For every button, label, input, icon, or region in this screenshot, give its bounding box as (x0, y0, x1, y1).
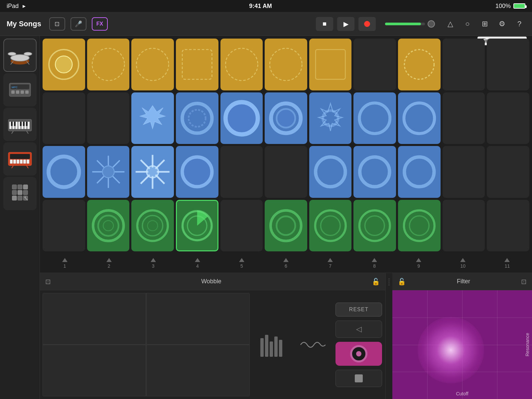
cell-r2c2[interactable] (87, 92, 130, 144)
panel-drag-handle[interactable] (386, 273, 392, 399)
filter-xy-pad[interactable]: Cutoff Resonance (392, 290, 532, 399)
cell-r2c3[interactable] (131, 92, 174, 144)
cell-r2c11[interactable] (487, 92, 529, 144)
svg-point-55 (270, 48, 302, 80)
cell-r3c1[interactable] (43, 146, 85, 198)
cell-r4c9[interactable] (398, 200, 441, 252)
col-9[interactable]: 9 (397, 254, 441, 273)
cell-r3c11[interactable] (487, 146, 529, 198)
cell-r1c8[interactable] (353, 39, 396, 90)
svg-point-62 (277, 109, 295, 127)
col-7-label: 7 (329, 263, 332, 269)
cell-r2c8[interactable] (353, 92, 396, 144)
wobble-lock-icon[interactable]: 🔓 (372, 278, 380, 286)
cell-r4c5[interactable] (220, 200, 263, 252)
wobble-cell-br[interactable] (146, 345, 250, 396)
cell-r2c4[interactable] (176, 92, 218, 144)
wobble-xy-pad[interactable] (43, 293, 250, 396)
cell-r1c10[interactable] (443, 39, 485, 90)
sidebar-item-keyboard[interactable] (3, 108, 37, 141)
fx-button[interactable]: FX (92, 17, 108, 31)
cell-r4c7[interactable] (309, 200, 352, 252)
cell-r1c5[interactable] (220, 39, 263, 90)
cell-r2c6[interactable] (265, 92, 307, 144)
svg-point-59 (189, 110, 205, 127)
filter-section: 🔓 Filter ⊡ Cutoff (392, 273, 532, 399)
sidebar-item-livegrid[interactable] (3, 177, 37, 210)
mic-button[interactable]: 🎤 (70, 17, 86, 31)
svg-rect-11 (25, 90, 29, 94)
wobble-settings-icon[interactable]: ⊡ (45, 278, 51, 286)
col-10[interactable]: 10 (441, 254, 485, 273)
cell-r2c10[interactable] (443, 92, 485, 144)
chat-icon[interactable]: ○ (462, 20, 473, 28)
cell-r3c8[interactable] (353, 146, 396, 198)
col-5[interactable]: 5 (219, 254, 264, 273)
cell-r1c7[interactable] (309, 39, 352, 90)
record-vinyl-button[interactable] (335, 342, 382, 366)
col-1[interactable]: 1 (43, 254, 87, 273)
cell-r1c9[interactable] (398, 39, 441, 90)
cell-r3c3[interactable] (131, 146, 174, 198)
cell-r1c4[interactable] (176, 39, 218, 90)
svg-point-85 (182, 157, 212, 187)
svg-point-102 (359, 210, 390, 241)
stop-square-button[interactable] (335, 370, 382, 387)
col-7[interactable]: 7 (308, 254, 352, 273)
wobble-cell-tl[interactable] (43, 293, 146, 344)
mixer-icon[interactable]: ⊞ (479, 20, 491, 28)
play-back-button[interactable]: ◁ (335, 321, 382, 338)
metronome-icon[interactable]: △ (444, 20, 456, 28)
loop-button[interactable]: ⊡ (49, 17, 65, 31)
cell-r2c9[interactable] (398, 92, 441, 144)
cell-r3c2[interactable] (87, 146, 130, 198)
cell-r4c1[interactable] (43, 200, 85, 252)
help-icon[interactable]: ? (513, 20, 525, 28)
column-numbers: 1 2 3 4 5 6 7 (40, 254, 532, 273)
cell-r3c9[interactable] (398, 146, 441, 198)
volume-bar-container[interactable] (385, 23, 425, 25)
cell-r3c6[interactable] (265, 146, 307, 198)
cell-r3c7[interactable] (309, 146, 352, 198)
filter-lock-icon[interactable]: 🔓 (398, 278, 406, 286)
col-4[interactable]: 4 (175, 254, 219, 273)
col-6-label: 6 (285, 263, 287, 269)
cell-r1c3[interactable] (131, 39, 174, 90)
col-6[interactable]: 6 (264, 254, 308, 273)
stop-button[interactable]: ■ (316, 17, 333, 31)
col-8[interactable]: 8 (352, 254, 397, 273)
cell-r1c1[interactable] (43, 39, 85, 90)
cell-r1c11[interactable] (487, 39, 529, 90)
svg-line-36 (12, 166, 13, 168)
cell-r4c6[interactable] (265, 200, 307, 252)
cell-r4c2[interactable] (87, 200, 130, 252)
filter-settings-icon[interactable]: ⊡ (521, 278, 527, 286)
cell-r2c1[interactable] (43, 92, 85, 144)
cell-r2c5[interactable] (220, 92, 263, 144)
settings-icon[interactable]: ⚙ (496, 20, 508, 28)
wobble-cell-tr[interactable] (146, 293, 250, 344)
record-button[interactable] (358, 17, 376, 31)
cell-r4c8[interactable] (353, 200, 396, 252)
col-2[interactable]: 2 (87, 254, 131, 273)
volume-knob[interactable] (428, 20, 435, 28)
reset-button[interactable]: RESET (335, 303, 382, 317)
sidebar-item-synth[interactable] (3, 142, 37, 176)
cell-r4c10[interactable] (443, 200, 485, 252)
cell-r4c3[interactable] (131, 200, 174, 252)
col-11[interactable]: 11 (485, 254, 529, 273)
cell-r2c7[interactable] (309, 92, 352, 144)
wobble-cell-bl[interactable] (43, 345, 146, 396)
col-3[interactable]: 3 (131, 254, 175, 273)
sidebar-item-drums[interactable] (3, 39, 37, 72)
cell-r4c4[interactable] (176, 200, 218, 252)
cell-r1c6[interactable] (265, 39, 307, 90)
sidebar-item-beatpad[interactable]: MPC (3, 73, 37, 106)
play-button[interactable]: ▶ (337, 17, 354, 31)
cell-r3c5[interactable] (220, 146, 263, 198)
cell-r4c11[interactable] (487, 200, 529, 252)
cell-r1c2[interactable] (87, 39, 130, 90)
cell-r3c4[interactable] (176, 146, 218, 198)
cell-r3c10[interactable] (443, 146, 485, 198)
filter-glow-point (418, 317, 484, 383)
